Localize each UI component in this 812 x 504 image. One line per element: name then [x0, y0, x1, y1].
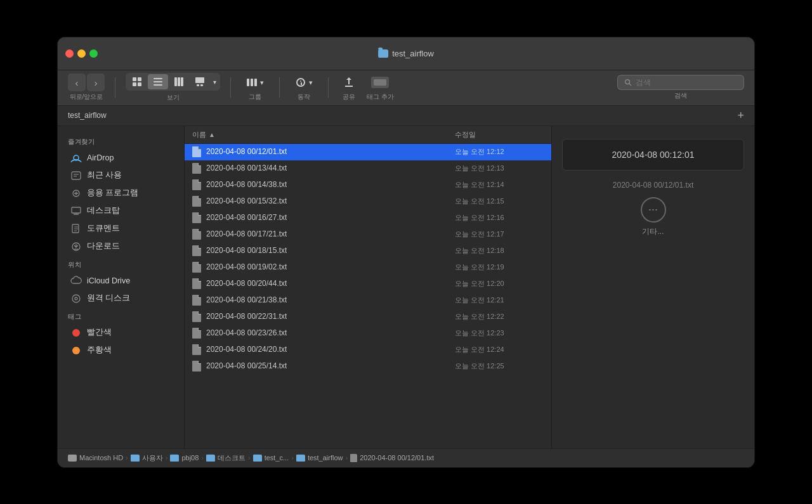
file-row[interactable]: 2020-04-08 00/14/38.txt 오늘 오전 12:14 [185, 177, 551, 193]
folder-icon [170, 455, 179, 462]
svg-rect-7 [174, 77, 177, 86]
file-row[interactable]: 2020-04-08 00/16/27.txt 오늘 오전 12:16 [185, 210, 551, 226]
breadcrumb-sep: › [126, 454, 128, 462]
breadcrumb-sep: › [248, 454, 251, 462]
preview-more-icon[interactable]: ··· [641, 197, 666, 223]
breadcrumb-item[interactable]: 사용자 [131, 453, 163, 463]
forward-button[interactable]: › [87, 74, 105, 91]
tag-button[interactable] [367, 74, 393, 91]
red-tag-label: 빨간색 [87, 327, 112, 338]
col-name-header[interactable]: 이름 ▲ [192, 130, 455, 139]
sidebar-item-documents[interactable]: 도큐멘트 [60, 220, 181, 238]
file-icon [192, 212, 201, 223]
file-name-text: 2020-04-08 00/20/44.txt [206, 279, 287, 288]
svg-point-16 [625, 80, 630, 84]
list-view-button[interactable] [148, 74, 168, 89]
column-view-button[interactable] [169, 74, 189, 89]
file-date: 오늘 오전 12:18 [455, 246, 544, 255]
file-name-text: 2020-04-08 00/15/32.txt [206, 197, 287, 205]
preview-date-box: 2020-04-08 00:12:01 [562, 139, 744, 171]
svg-rect-4 [154, 78, 162, 79]
sidebar-item-applications[interactable]: 응용 프로그램 [60, 184, 181, 202]
file-icon [192, 196, 201, 207]
file-row[interactable]: 2020-04-08 00/19/02.txt 오늘 오전 12:19 [185, 259, 551, 276]
file-name-cell: 2020-04-08 00/23/26.txt [192, 328, 455, 339]
file-date: 오늘 오전 12:20 [455, 279, 544, 288]
file-icon [192, 361, 201, 372]
tags-label: 태그 [58, 307, 184, 324]
pathbar-title: test_airflow [68, 111, 107, 120]
sidebar-item-recents[interactable]: 최근 사용 [60, 167, 181, 184]
file-row[interactable]: 2020-04-08 00/25/14.txt 오늘 오전 12:25 [185, 358, 551, 375]
search-label: 검색 [674, 91, 687, 100]
share-label: 공유 [343, 93, 355, 101]
svg-rect-23 [72, 207, 81, 213]
sidebar-item-icloud[interactable]: iCloud Drive [60, 272, 181, 290]
group-button[interactable]: ▾ [241, 74, 269, 91]
folder-icon [253, 455, 262, 462]
svg-point-33 [75, 297, 77, 300]
favorites-label: 즐겨찾기 [58, 132, 184, 149]
sort-arrow: ▲ [209, 131, 215, 138]
file-date: 오늘 오전 12:24 [455, 345, 544, 354]
breadcrumb-label: 사용자 [142, 453, 163, 463]
file-date: 오늘 오전 12:12 [455, 147, 544, 157]
sidebar-item-desktop[interactable]: 데스크탑 [60, 202, 181, 220]
maximize-button[interactable] [89, 49, 98, 58]
view-options-button[interactable]: ▾ [211, 74, 219, 89]
minimize-button[interactable] [77, 49, 86, 58]
add-button[interactable]: + [737, 110, 744, 121]
file-name-cell: 2020-04-08 00/17/21.txt [192, 229, 455, 240]
file-row[interactable]: 2020-04-08 00/21/38.txt 오늘 오전 12:21 [185, 292, 551, 309]
search-box[interactable] [617, 75, 744, 90]
file-name-cell: 2020-04-08 00/12/01.txt [192, 146, 455, 157]
sidebar-item-orange-tag[interactable]: 주황색 [60, 342, 181, 359]
gallery-view-button[interactable] [190, 74, 210, 89]
finder-window: test_airflow ‹ › 뒤로/앞으로 [57, 37, 755, 468]
file-name-text: 2020-04-08 00/19/02.txt [206, 262, 287, 271]
breadcrumb-item[interactable]: Macintosh HD [68, 454, 123, 462]
breadcrumb-item[interactable]: pbj08 [170, 454, 199, 462]
file-row[interactable]: 2020-04-08 00/15/32.txt 오늘 오전 12:15 [185, 193, 551, 210]
documents-label: 도큐멘트 [87, 223, 120, 234]
file-row[interactable]: 2020-04-08 00/12/01.txt 오늘 오전 12:12 [185, 144, 551, 160]
svg-rect-9 [181, 77, 183, 86]
file-name-text: 2020-04-08 00/22/31.txt [206, 312, 287, 321]
file-name-cell: 2020-04-08 00/19/02.txt [192, 262, 455, 273]
back-button[interactable]: ‹ [68, 74, 86, 91]
sidebar-item-red-tag[interactable]: 빨간색 [60, 324, 181, 342]
file-row[interactable]: 2020-04-08 00/24/20.txt 오늘 오전 12:24 [185, 342, 551, 358]
group-label: 그룹 [249, 93, 261, 101]
column-headers: 이름 ▲ 수정일 [185, 126, 551, 144]
icloud-label: iCloud Drive [87, 276, 130, 285]
airdrop-icon [70, 152, 82, 164]
share-button[interactable] [339, 74, 359, 91]
view-buttons: ▾ [126, 73, 220, 91]
file-icon [192, 262, 201, 273]
breadcrumb-item[interactable]: test_c... [253, 454, 289, 462]
file-name-cell: 2020-04-08 00/16/27.txt [192, 212, 455, 223]
breadcrumb-item[interactable]: 데스크트 [206, 453, 246, 463]
sidebar-item-downloads[interactable]: 다운로드 [60, 238, 181, 255]
col-date-header[interactable]: 수정일 [455, 130, 544, 139]
file-row[interactable]: 2020-04-08 00/22/31.txt 오늘 오전 12:22 [185, 309, 551, 325]
breadcrumb-item[interactable]: 2020-04-08 00/12/01.txt [350, 454, 434, 462]
file-row[interactable]: 2020-04-08 00/17/21.txt 오늘 오전 12:17 [185, 226, 551, 243]
icon-view-button[interactable] [127, 74, 147, 89]
breadcrumb-label: pbj08 [181, 454, 199, 462]
breadcrumb-item[interactable]: test_airflow [296, 454, 343, 462]
file-row[interactable]: 2020-04-08 00/23/26.txt 오늘 오전 12:23 [185, 325, 551, 342]
sidebar-item-airdrop[interactable]: AirDrop [60, 149, 181, 167]
action-button[interactable]: ▾ [290, 74, 318, 91]
sidebar-item-remote[interactable]: 원격 디스크 [60, 290, 181, 307]
desktop-icon [70, 205, 82, 217]
red-tag-icon [70, 327, 82, 339]
separator-2 [230, 77, 231, 98]
separator-1 [115, 77, 115, 98]
file-row[interactable]: 2020-04-08 00/13/44.txt 오늘 오전 12:13 [185, 160, 551, 177]
search-input[interactable] [636, 78, 737, 87]
file-icon [192, 328, 201, 339]
file-row[interactable]: 2020-04-08 00/20/44.txt 오늘 오전 12:20 [185, 276, 551, 292]
close-button[interactable] [65, 49, 74, 58]
file-row[interactable]: 2020-04-08 00/18/15.txt 오늘 오전 12:18 [185, 243, 551, 259]
